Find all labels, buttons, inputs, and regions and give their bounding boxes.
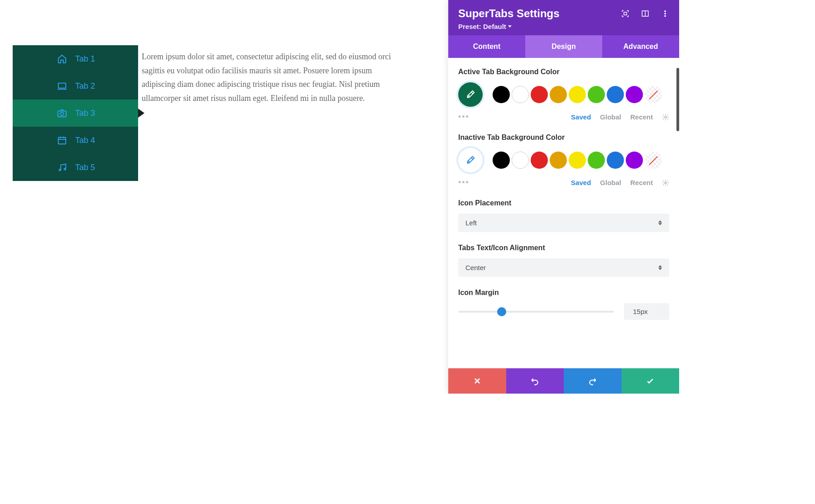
- settings-panel: SuperTabs Settings Preset: Default Conte…: [448, 0, 679, 394]
- panel-tabs: Content Design Advanced: [448, 35, 679, 58]
- select-caret-icon: [658, 265, 662, 270]
- preset-label: Preset: Default: [458, 23, 506, 30]
- svg-point-4: [59, 169, 61, 171]
- calendar-icon: [57, 135, 67, 145]
- tab-item-1[interactable]: Tab 1: [13, 45, 138, 72]
- select-icon-placement[interactable]: Left: [458, 214, 669, 232]
- label-text-align: Tabs Text/Icon Alignment: [458, 244, 669, 252]
- svg-point-9: [665, 13, 666, 14]
- music-icon: [57, 162, 67, 172]
- more-colors-icon[interactable]: •••: [458, 112, 470, 122]
- tab-item-5[interactable]: Tab 5: [13, 154, 138, 181]
- swatch-purple[interactable]: [626, 86, 643, 103]
- color-row-active: [458, 82, 669, 107]
- label-active-bg: Active Tab Background Color: [458, 68, 669, 76]
- svg-point-11: [665, 116, 666, 118]
- select-text-align[interactable]: Center: [458, 258, 669, 277]
- color-tab-global[interactable]: Global: [600, 113, 621, 121]
- tab-content: Lorem ipsum dolor sit amet, consectetur …: [138, 45, 400, 181]
- columns-icon[interactable]: [641, 10, 649, 18]
- eyedropper-icon: [465, 155, 475, 165]
- laptop-icon: [57, 81, 67, 91]
- icon-margin-value[interactable]: 15px: [624, 303, 669, 320]
- color-picker-active[interactable]: [458, 82, 483, 107]
- tab-content[interactable]: Content: [448, 35, 525, 58]
- svg-point-2: [60, 112, 63, 115]
- tab-item-3[interactable]: Tab 3: [13, 100, 138, 127]
- swatch-yellow[interactable]: [569, 152, 586, 169]
- tab-label: Tab 3: [75, 109, 95, 118]
- tab-label: Tab 4: [75, 136, 95, 145]
- svg-point-12: [665, 182, 666, 184]
- more-colors-icon[interactable]: •••: [458, 178, 470, 187]
- color-picker-inactive[interactable]: [458, 148, 483, 172]
- panel-body: Active Tab Background Color ••• Saved Gl…: [448, 58, 679, 368]
- preset-dropdown[interactable]: Preset: Default: [458, 23, 512, 30]
- tab-item-4[interactable]: Tab 4: [13, 127, 138, 154]
- color-tab-recent[interactable]: Recent: [630, 113, 653, 121]
- select-value: Left: [465, 219, 477, 227]
- swatch-red[interactable]: [531, 152, 548, 169]
- swatch-orange[interactable]: [550, 86, 567, 103]
- swatch-green[interactable]: [588, 152, 605, 169]
- icon-margin-slider[interactable]: [458, 311, 614, 313]
- swatch-white[interactable]: [512, 152, 529, 169]
- label-icon-placement: Icon Placement: [458, 199, 669, 207]
- tab-item-2[interactable]: Tab 2: [13, 72, 138, 100]
- swatch-purple[interactable]: [626, 152, 643, 169]
- svg-point-8: [665, 11, 666, 12]
- camera-icon: [57, 108, 67, 118]
- gear-icon[interactable]: [662, 179, 669, 186]
- redo-button[interactable]: [564, 368, 622, 394]
- swatch-white[interactable]: [512, 86, 529, 103]
- preview-area: Tab 1 Tab 2 Tab 3 Tab 4 Tab 5 Lorem ipsu…: [13, 45, 400, 181]
- undo-button[interactable]: [506, 368, 564, 394]
- select-value: Center: [465, 264, 486, 271]
- tab-list: Tab 1 Tab 2 Tab 3 Tab 4 Tab 5: [13, 45, 138, 181]
- svg-rect-3: [58, 138, 66, 144]
- swatch-black[interactable]: [493, 152, 510, 169]
- swatch-transparent[interactable]: [645, 152, 662, 169]
- save-button[interactable]: [622, 368, 680, 394]
- vertical-tabs-wrapper: Tab 1 Tab 2 Tab 3 Tab 4 Tab 5 Lorem ipsu…: [13, 45, 400, 181]
- tab-design[interactable]: Design: [525, 35, 602, 58]
- expand-icon[interactable]: [621, 10, 629, 18]
- tab-label: Tab 5: [75, 163, 95, 172]
- color-tab-saved[interactable]: Saved: [571, 179, 591, 186]
- swatch-green[interactable]: [588, 86, 605, 103]
- tab-advanced[interactable]: Advanced: [602, 35, 679, 58]
- select-caret-icon: [658, 220, 662, 225]
- swatch-transparent[interactable]: [645, 86, 662, 103]
- more-icon[interactable]: [661, 10, 669, 18]
- gear-icon[interactable]: [662, 114, 669, 121]
- color-tab-saved[interactable]: Saved: [571, 113, 591, 121]
- panel-footer: [448, 368, 679, 394]
- home-icon: [57, 54, 67, 64]
- svg-point-10: [665, 15, 666, 16]
- swatch-orange[interactable]: [550, 152, 567, 169]
- tab-label: Tab 1: [75, 54, 95, 64]
- swatch-black[interactable]: [493, 86, 510, 103]
- color-tab-recent[interactable]: Recent: [630, 179, 653, 186]
- svg-rect-6: [624, 12, 627, 15]
- color-row-inactive: [458, 148, 669, 172]
- svg-rect-0: [58, 83, 66, 88]
- color-tab-global[interactable]: Global: [600, 179, 621, 186]
- slider-thumb[interactable]: [497, 307, 506, 316]
- label-inactive-bg: Inactive Tab Background Color: [458, 133, 567, 142]
- swatch-red[interactable]: [531, 86, 548, 103]
- label-icon-margin: Icon Margin: [458, 289, 669, 297]
- caret-down-icon: [508, 25, 512, 28]
- cancel-button[interactable]: [448, 368, 506, 394]
- panel-header: SuperTabs Settings Preset: Default: [448, 0, 679, 35]
- panel-title: SuperTabs Settings: [458, 7, 560, 20]
- swatch-blue[interactable]: [607, 152, 624, 169]
- scrollbar[interactable]: [676, 68, 679, 131]
- svg-point-5: [64, 168, 66, 170]
- swatch-yellow[interactable]: [569, 86, 586, 103]
- tab-label: Tab 2: [75, 81, 95, 91]
- swatch-blue[interactable]: [607, 86, 624, 103]
- eyedropper-icon: [465, 90, 475, 100]
